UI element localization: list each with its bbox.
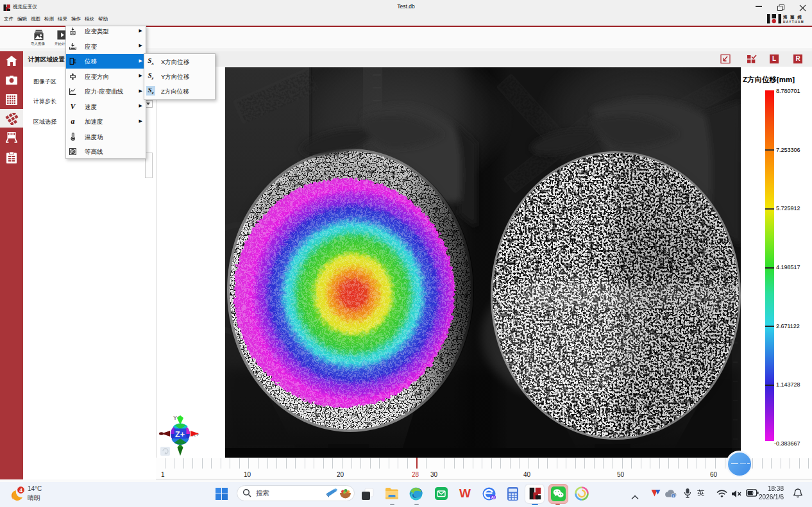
svg-text:4: 4	[19, 487, 22, 494]
svg-text:AI: AI	[491, 495, 495, 499]
svg-text:海塞姆: 海塞姆	[782, 14, 804, 19]
svg-text:Z+: Z+	[175, 430, 185, 439]
svg-text:HAYTHAM: HAYTHAM	[783, 21, 804, 24]
svg-text:W: W	[459, 487, 471, 500]
